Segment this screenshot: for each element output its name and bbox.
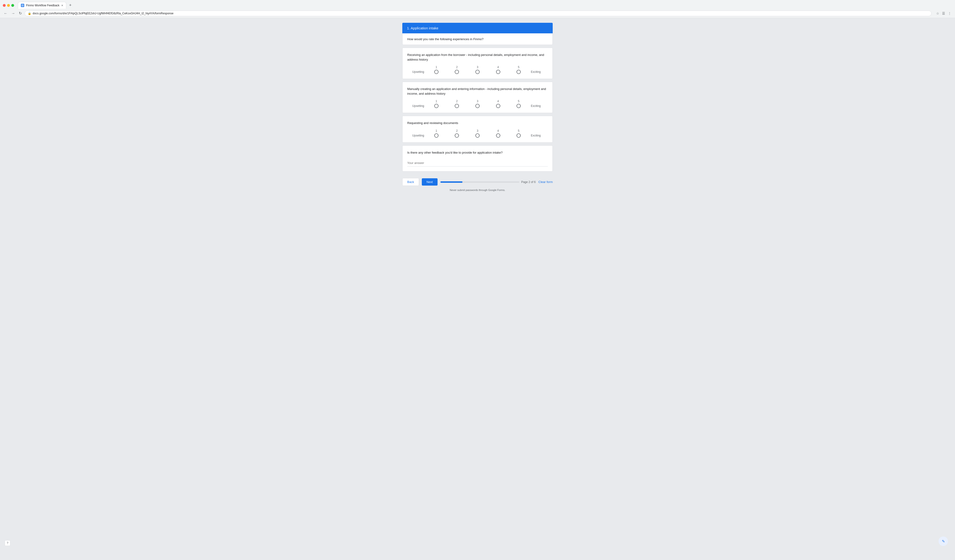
- question-card-2: Manually creating an application and ent…: [402, 82, 553, 113]
- bottom-nav: Back Next Page 2 of 6 Clear form: [402, 174, 553, 188]
- maximize-window-btn[interactable]: [11, 4, 14, 7]
- url-bar[interactable]: 🔒 docs.google.com/forms/d/e/1FAIpQLSclPf…: [25, 11, 932, 16]
- radio-3-2[interactable]: [455, 133, 459, 138]
- url-text: docs.google.com/forms/d/e/1FAIpQLSclPfqE…: [33, 12, 174, 15]
- page-content: 1. Application intake How would you rate…: [0, 18, 955, 557]
- minimize-window-btn[interactable]: [7, 4, 10, 7]
- radio-3-5[interactable]: [517, 133, 521, 138]
- security-icon: 🔒: [28, 12, 31, 15]
- rating-num-3-3: 3: [474, 129, 481, 133]
- rating-num-3-1: 1: [433, 129, 440, 133]
- question-text-2: Manually creating an application and ent…: [407, 87, 548, 96]
- intro-text: How would you rate the following experie…: [407, 38, 484, 41]
- label-upsetting-2: Upsetting: [407, 104, 426, 108]
- radio-2-3[interactable]: [475, 104, 480, 108]
- rating-numbers-1: 1 2 3 4 5: [426, 66, 529, 69]
- radio-2-1[interactable]: [434, 104, 438, 108]
- question-card-3: Requesting and reviewing documents 1 2 3…: [402, 116, 553, 142]
- svg-rect-0: [21, 4, 24, 6]
- window-controls: [3, 4, 14, 7]
- rating-num-1-4: 4: [495, 66, 502, 69]
- rating-num-1-1: 1: [433, 66, 440, 69]
- rating-radios-1: [426, 70, 529, 74]
- radio-2-2[interactable]: [455, 104, 459, 108]
- rating-num-2-1: 1: [433, 100, 440, 103]
- reload-btn[interactable]: ↻: [18, 10, 23, 16]
- tab-favicon: [21, 4, 24, 7]
- radio-1-3[interactable]: [475, 70, 480, 74]
- intro-card: How would you rate the following experie…: [402, 33, 553, 45]
- radio-1-2[interactable]: [455, 70, 459, 74]
- browser-chrome: Finmo Workflow Feedback × + ← → ↻ 🔒 docs…: [0, 0, 955, 18]
- rating-num-2-3: 3: [474, 100, 481, 103]
- next-button[interactable]: Next: [422, 178, 438, 186]
- label-exciting-1: Exciting: [529, 70, 548, 74]
- section-title: 1. Application intake: [407, 26, 438, 30]
- rating-num-2-5: 5: [515, 100, 522, 103]
- section-header: 1. Application intake: [402, 23, 553, 33]
- radio-1-1[interactable]: [434, 70, 438, 74]
- back-nav-btn[interactable]: ←: [3, 10, 8, 16]
- feedback-icon[interactable]: ?: [5, 540, 10, 546]
- label-exciting-2: Exciting: [529, 104, 548, 108]
- rating-num-3-4: 4: [495, 129, 502, 133]
- tab-title: Finmo Workflow Feedback: [26, 4, 59, 7]
- open-question-text: Is there any other feedback you'd like t…: [407, 150, 548, 155]
- rating-num-1-5: 5: [515, 66, 522, 69]
- progress-container: Page 2 of 6: [440, 180, 536, 184]
- rating-radios-row-3: Upsetting Exciting: [407, 133, 548, 138]
- rating-numbers-3: 1 2 3 4 5: [426, 129, 529, 133]
- progress-bar-bg: [440, 181, 519, 183]
- extensions-icon[interactable]: ☰: [941, 11, 946, 16]
- question-text-3: Requesting and reviewing documents: [407, 121, 548, 125]
- back-button[interactable]: Back: [402, 178, 419, 186]
- rating-radios-row-1: Upsetting Exciting: [407, 70, 548, 74]
- question-text-1: Receiving an application from the borrow…: [407, 53, 548, 62]
- edit-icon[interactable]: ✎: [939, 537, 948, 546]
- rating-num-1-3: 3: [474, 66, 481, 69]
- footer-note: Never submit passwords through Google Fo…: [402, 188, 553, 191]
- active-tab[interactable]: Finmo Workflow Feedback ×: [18, 2, 66, 9]
- rating-grid-1: 1 2 3 4 5 Upsetting: [407, 66, 548, 74]
- label-exciting-3: Exciting: [529, 134, 548, 137]
- radio-3-4[interactable]: [496, 133, 500, 138]
- menu-icon[interactable]: ⋮: [947, 11, 952, 16]
- label-upsetting-1: Upsetting: [407, 70, 426, 74]
- rating-grid-3: 1 2 3 4 5 Upsetting: [407, 129, 548, 138]
- bookmark-icon[interactable]: ☆: [935, 11, 940, 16]
- page-indicator: Page 2 of 6: [521, 180, 535, 184]
- rating-radios-2: [426, 104, 529, 108]
- forward-nav-btn[interactable]: →: [10, 10, 16, 16]
- progress-bar-fill: [440, 181, 462, 183]
- radio-3-1[interactable]: [434, 133, 438, 138]
- label-upsetting-3: Upsetting: [407, 134, 426, 137]
- rating-num-2-4: 4: [495, 100, 502, 103]
- rating-grid-2: 1 2 3 4 5 Upsetting: [407, 100, 548, 108]
- open-question-card: Is there any other feedback you'd like t…: [402, 145, 553, 172]
- radio-1-4[interactable]: [496, 70, 500, 74]
- new-tab-btn[interactable]: +: [67, 2, 74, 9]
- browser-actions: ☆ ☰ ⋮: [935, 11, 952, 16]
- clear-form-button[interactable]: Clear form: [539, 180, 553, 184]
- close-window-btn[interactable]: [3, 4, 6, 7]
- rating-numbers-2: 1 2 3 4 5: [426, 100, 529, 103]
- radio-1-5[interactable]: [517, 70, 521, 74]
- rating-radios-3: [426, 133, 529, 138]
- rating-num-3-2: 2: [453, 129, 460, 133]
- radio-3-3[interactable]: [475, 133, 480, 138]
- rating-num-2-2: 2: [453, 100, 460, 103]
- open-question-input[interactable]: [407, 160, 548, 167]
- question-card-1: Receiving an application from the borrow…: [402, 48, 553, 79]
- address-bar: ← → ↻ 🔒 docs.google.com/forms/d/e/1FAIpQ…: [0, 9, 955, 18]
- rating-num-3-5: 5: [515, 129, 522, 133]
- radio-2-5[interactable]: [517, 104, 521, 108]
- rating-radios-row-2: Upsetting Exciting: [407, 104, 548, 108]
- rating-num-1-2: 2: [453, 66, 460, 69]
- radio-2-4[interactable]: [496, 104, 500, 108]
- close-tab-btn[interactable]: ×: [61, 3, 63, 7]
- form-container: 1. Application intake How would you rate…: [402, 23, 553, 174]
